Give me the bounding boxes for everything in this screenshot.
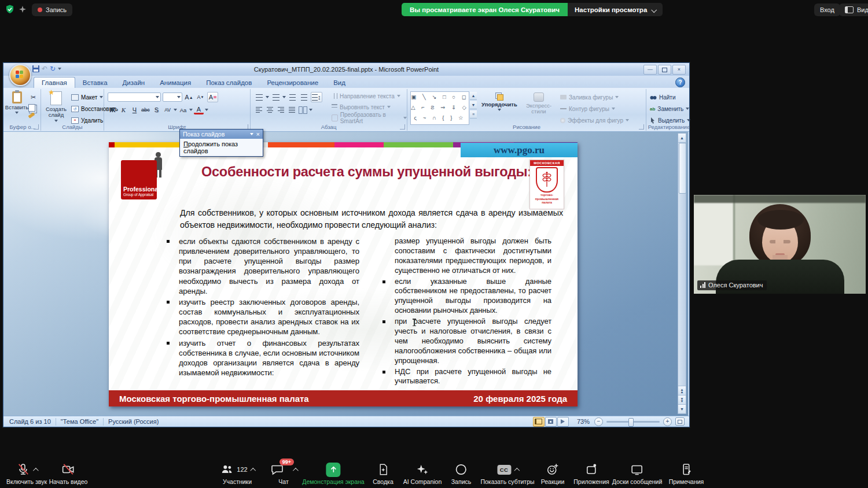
cut-button[interactable]: ✂: [28, 93, 38, 102]
scroll-down-button[interactable]: ▼: [678, 405, 686, 413]
resume-slideshow-item[interactable]: Продолжить показ слайдов: [180, 139, 263, 156]
shapes-gallery[interactable]: ▣ ╲ ↘ □ ○ ◻ △ ⌐ Ƨ ⇒ ⇓ ◇ ς ~ ∩ { } ☆: [410, 91, 469, 125]
shape-outline-button[interactable]: Контур фигуры: [560, 104, 629, 113]
participants-button[interactable]: 122 Участники: [220, 463, 254, 485]
chat-chevron[interactable]: [293, 467, 299, 473]
webcam-tile[interactable]: Олеся Скуратович: [694, 195, 866, 294]
previous-slide-button[interactable]: ▲▲: [678, 386, 686, 395]
minimize-button[interactable]: —: [643, 65, 657, 75]
grow-font-button[interactable]: A▲: [184, 93, 194, 102]
chat-button[interactable]: 99+ Чат: [270, 463, 297, 485]
copy-button[interactable]: [28, 104, 35, 112]
arrange-button[interactable]: Упорядочить: [480, 93, 518, 111]
slide[interactable]: www.pgo.ru Professional Group of Apprais…: [109, 142, 578, 406]
clipboard-dialog-launcher[interactable]: [34, 124, 39, 130]
decrease-indent-button[interactable]: [288, 93, 297, 102]
tab-design[interactable]: Дизайн: [115, 77, 153, 88]
tab-home[interactable]: Главная: [34, 77, 75, 88]
change-case-button[interactable]: Aa: [178, 105, 188, 114]
tab-insert[interactable]: Вставка: [75, 77, 115, 88]
vertical-scrollbar[interactable]: ▲ ▲▲ ▼▼ ▼: [678, 133, 686, 414]
justify-button[interactable]: [287, 105, 297, 114]
restore-button[interactable]: [658, 65, 671, 75]
office-button[interactable]: [9, 64, 31, 86]
security-shield-icon[interactable]: [5, 4, 15, 17]
bullets-button[interactable]: [254, 93, 264, 102]
shapes-scroll-down-button[interactable]: ▼: [470, 101, 477, 109]
zoom-slider[interactable]: [606, 421, 660, 423]
slide-sorter-view-button[interactable]: [545, 417, 557, 427]
drawing-dialog-launcher[interactable]: [639, 124, 644, 130]
ai-companion-button[interactable]: AI Companion: [403, 463, 442, 485]
participants-chevron[interactable]: [251, 467, 256, 473]
tab-review[interactable]: Рецензирование: [259, 77, 326, 88]
font-size-combobox[interactable]: [163, 93, 182, 102]
shape-fill-button[interactable]: Заливка фигуры: [560, 93, 629, 102]
captions-button[interactable]: CC Показать субтитры: [480, 463, 534, 485]
format-painter-button[interactable]: [28, 112, 35, 118]
recording-indicator[interactable]: Запись: [32, 3, 72, 16]
new-slide-button[interactable]: Создать слайд: [43, 91, 69, 122]
apps-button[interactable]: Приложения: [573, 463, 609, 485]
tab-slideshow[interactable]: Показ слайдов: [198, 77, 259, 88]
unmute-button[interactable]: Включить звук: [6, 463, 47, 485]
captions-chevron[interactable]: [514, 467, 520, 473]
next-slide-button[interactable]: ▼▼: [678, 395, 686, 405]
popup-menu-icon[interactable]: [250, 133, 253, 135]
whiteboards-button[interactable]: Доски сообщений: [612, 463, 663, 485]
shrink-font-button[interactable]: A▼: [196, 93, 205, 102]
paragraph-dialog-launcher[interactable]: [400, 124, 405, 130]
help-button[interactable]: ?: [675, 77, 685, 87]
align-left-button[interactable]: [254, 105, 264, 114]
scrollbar-thumb[interactable]: [679, 143, 686, 194]
fit-to-window-button[interactable]: [675, 417, 685, 426]
font-color-button[interactable]: А: [194, 105, 204, 114]
align-center-button[interactable]: [265, 105, 275, 114]
tab-animation[interactable]: Анимация: [152, 77, 198, 88]
record-button[interactable]: Запись: [451, 463, 471, 485]
popup-close-icon[interactable]: ×: [256, 131, 260, 138]
tab-view[interactable]: Вид: [326, 77, 353, 88]
sparkle-toolbar-icon[interactable]: [18, 5, 27, 16]
shapes-more-button[interactable]: ≡: [470, 110, 477, 119]
view-button[interactable]: Вид: [839, 3, 868, 16]
find-button[interactable]: Найти: [650, 93, 690, 102]
theme-indicator[interactable]: "Тема Office": [61, 418, 98, 425]
underline-button[interactable]: Ч: [130, 105, 139, 114]
character-spacing-button[interactable]: AV: [163, 105, 172, 114]
zoom-slider-thumb[interactable]: [628, 418, 634, 427]
reactions-button[interactable]: Реакции: [541, 463, 565, 485]
audio-options-chevron[interactable]: [33, 467, 39, 473]
increase-indent-button[interactable]: [299, 93, 309, 102]
start-video-button[interactable]: Начать видео: [49, 463, 88, 485]
quick-styles-button[interactable]: Экспресс-стили: [521, 93, 557, 115]
slide-number-indicator[interactable]: Слайд 6 из 10: [9, 418, 51, 425]
close-button[interactable]: ×: [672, 65, 686, 75]
scroll-up-button[interactable]: ▲: [678, 134, 686, 143]
slideshow-popup-titlebar[interactable]: Показ слайдов ×: [180, 130, 263, 139]
line-spacing-button[interactable]: ↕: [311, 92, 322, 102]
enter-button[interactable]: Вход: [814, 3, 840, 16]
shapes-scroll-up-button[interactable]: ▲: [470, 92, 477, 100]
font-name-combobox[interactable]: [108, 93, 161, 102]
columns-button[interactable]: [298, 105, 308, 114]
italic-button[interactable]: К: [119, 105, 128, 114]
slideshow-view-button[interactable]: [557, 417, 569, 427]
powerpoint-titlebar[interactable]: ↶ ↻ Скуратович_МТПП_20.02.2025-final.ppt…: [3, 63, 689, 76]
align-text-button[interactable]: Выровнять текст: [332, 102, 407, 112]
convert-smartart-button[interactable]: Преобразовать в SmartArt: [332, 113, 407, 123]
share-screen-button[interactable]: Демонстрация экрана: [302, 463, 364, 485]
align-right-button[interactable]: [276, 105, 286, 114]
view-settings-button[interactable]: Настройки просмотра: [568, 3, 663, 16]
numbering-button[interactable]: [271, 93, 281, 102]
text-shadow-button[interactable]: S: [152, 105, 161, 114]
language-indicator[interactable]: Русский (Россия): [108, 418, 159, 425]
zoom-out-button[interactable]: −: [594, 417, 603, 426]
text-direction-button[interactable]: Направление текста: [332, 91, 407, 101]
paste-button[interactable]: Вставить: [7, 91, 27, 114]
normal-view-button[interactable]: [533, 417, 545, 427]
clear-formatting-button[interactable]: A: [207, 92, 218, 102]
bold-button[interactable]: Ж: [108, 105, 117, 114]
notes-button[interactable]: Примечания: [669, 463, 704, 485]
zoom-in-button[interactable]: +: [663, 417, 672, 426]
